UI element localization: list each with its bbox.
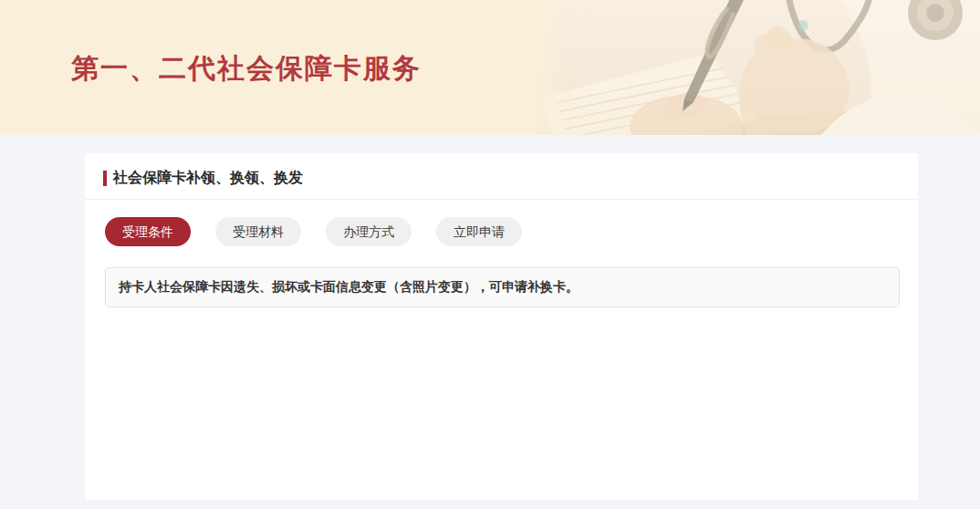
banner-photo <box>529 0 980 135</box>
condition-text: 持卡人社会保障卡因遗失、损坏或卡面信息变更（含照片变更），可申请补换卡。 <box>119 279 579 296</box>
page-title: 第一、二代社会保障卡服务 <box>71 50 422 88</box>
tab-handling-method[interactable]: 办理方式 <box>326 217 412 246</box>
tab-required-materials[interactable]: 受理材料 <box>215 217 301 246</box>
section-title: 社会保障卡补领、换领、换发 <box>113 169 303 188</box>
service-card: 社会保障卡补领、换领、换发 受理条件 受理材料 办理方式 立即申请 持卡人社会保… <box>85 153 918 500</box>
tab-acceptance-conditions[interactable]: 受理条件 <box>105 217 191 246</box>
card-header: 社会保障卡补领、换领、换发 <box>85 153 918 200</box>
section-marker-bar <box>103 171 107 186</box>
tab-bar: 受理条件 受理材料 办理方式 立即申请 <box>85 200 918 246</box>
banner: 第一、二代社会保障卡服务 <box>0 0 980 135</box>
tab-apply-now[interactable]: 立即申请 <box>436 217 522 246</box>
condition-content-box: 持卡人社会保障卡因遗失、损坏或卡面信息变更（含照片变更），可申请补换卡。 <box>105 267 900 307</box>
